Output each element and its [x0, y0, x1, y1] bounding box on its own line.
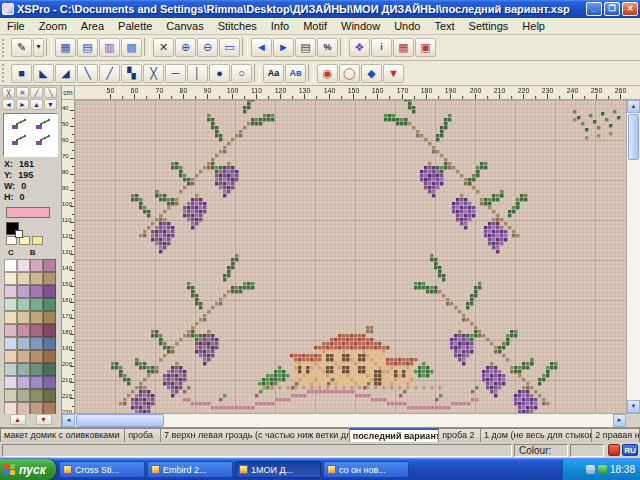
palette-view[interactable]: ▦: [55, 38, 76, 57]
motif-library[interactable]: ❖: [349, 38, 370, 57]
palette-swatch[interactable]: [17, 402, 30, 414]
task-button-2[interactable]: 1МОИ Д...: [235, 461, 321, 478]
text-cyrillic[interactable]: Ав: [285, 64, 306, 83]
menu-item-canvas[interactable]: Canvas: [159, 19, 210, 33]
palette-swatch[interactable]: [17, 376, 30, 389]
pattern-preview[interactable]: [3, 113, 58, 157]
palette-swatch[interactable]: [4, 272, 17, 285]
print[interactable]: ▤: [295, 38, 316, 57]
palette-swatch[interactable]: [17, 337, 30, 350]
palette-swatch[interactable]: [43, 298, 56, 311]
palette-swatch[interactable]: [17, 272, 30, 285]
palette-swatch[interactable]: [30, 376, 43, 389]
menu-item-help[interactable]: Help: [515, 19, 552, 33]
half-stitch-right[interactable]: ◢: [55, 64, 76, 83]
document-tab-5[interactable]: 1 дом (не весь для стыковки): [481, 428, 592, 442]
mini-up-arrow[interactable]: ▲: [30, 99, 43, 110]
grid-toggle[interactable]: ▦: [393, 38, 414, 57]
palette-swatch[interactable]: [43, 337, 56, 350]
small-swatch[interactable]: [32, 236, 43, 245]
menu-item-motif[interactable]: Motif: [296, 19, 334, 33]
menu-item-text[interactable]: Text: [427, 19, 461, 33]
vertical-scroll-thumb[interactable]: [628, 114, 639, 160]
minimize-button[interactable]: _: [586, 2, 602, 16]
palette-swatch[interactable]: [30, 363, 43, 376]
colour-picker[interactable]: ◉: [317, 64, 338, 83]
palette-swatch[interactable]: [43, 402, 56, 414]
symbol-view[interactable]: ▩: [121, 38, 142, 57]
quarter-stitch[interactable]: ▚: [121, 64, 142, 83]
menu-item-settings[interactable]: Settings: [462, 19, 516, 33]
palette-swatch[interactable]: [4, 402, 17, 414]
thread-list[interactable]: ▤: [77, 38, 98, 57]
half-stitch-back[interactable]: ╲: [77, 64, 98, 83]
scroll-right-arrow[interactable]: ►: [613, 414, 626, 427]
task-button-0[interactable]: Cross Sti...: [59, 461, 145, 478]
menu-item-stitches[interactable]: Stitches: [211, 19, 264, 33]
page-next[interactable]: ►: [273, 38, 294, 57]
zoom-area[interactable]: ▭: [219, 38, 240, 57]
keyboard-language-badge[interactable]: RU: [622, 444, 638, 456]
backstitch-v[interactable]: │: [187, 64, 208, 83]
colour-select[interactable]: ▼: [383, 64, 404, 83]
task-button-3[interactable]: со он нов...: [323, 461, 409, 478]
menu-item-window[interactable]: Window: [334, 19, 387, 33]
menu-item-info[interactable]: Info: [264, 19, 296, 33]
document-tab-3[interactable]: последний вариант: [350, 428, 439, 442]
palette-swatch[interactable]: [4, 311, 17, 324]
menu-item-undo[interactable]: Undo: [387, 19, 427, 33]
colour-mode[interactable]: ▣: [415, 38, 436, 57]
palette-swatch[interactable]: [43, 376, 56, 389]
tray-icon-2[interactable]: [598, 465, 607, 474]
palette-scroll-up[interactable]: ▲: [10, 414, 26, 425]
pencil-dropdown[interactable]: ▾: [33, 38, 44, 57]
french-knot[interactable]: ●: [209, 64, 230, 83]
palette-swatch[interactable]: [17, 350, 30, 363]
stitch-canvas[interactable]: [75, 100, 626, 413]
palette-swatch[interactable]: [4, 363, 17, 376]
palette-swatch[interactable]: [30, 389, 43, 402]
palette-swatch[interactable]: [17, 311, 30, 324]
palette-swatch[interactable]: [17, 389, 30, 402]
bead-tool[interactable]: ○: [231, 64, 252, 83]
palette-swatch[interactable]: [4, 376, 17, 389]
mini-backslash-tool[interactable]: ╲: [44, 87, 57, 98]
maximize-button[interactable]: ❐: [604, 2, 620, 16]
palette-swatch[interactable]: [4, 337, 17, 350]
background-color[interactable]: [15, 230, 23, 238]
half-stitch-left[interactable]: ◣: [33, 64, 54, 83]
scroll-left-arrow[interactable]: ◄: [62, 414, 75, 427]
cross-stitch[interactable]: ╳: [143, 64, 164, 83]
palette-swatch[interactable]: [43, 324, 56, 337]
close-button[interactable]: ✕: [622, 2, 638, 16]
mini-left-arrow[interactable]: ◄: [2, 99, 15, 110]
menu-item-file[interactable]: File: [0, 19, 32, 33]
palette-swatch[interactable]: [17, 363, 30, 376]
palette-swatch[interactable]: [43, 363, 56, 376]
scroll-down-arrow[interactable]: ▼: [627, 400, 640, 413]
palette-swatch[interactable]: [43, 272, 56, 285]
menu-item-zoom[interactable]: Zoom: [32, 19, 74, 33]
palette-swatch[interactable]: [30, 337, 43, 350]
menu-item-palette[interactable]: Palette: [111, 19, 159, 33]
fabric-view[interactable]: ▥: [99, 38, 120, 57]
horizontal-scroll-thumb[interactable]: [76, 414, 164, 427]
palette-swatch[interactable]: [17, 298, 30, 311]
percent[interactable]: %: [317, 38, 338, 57]
foreground-color[interactable]: [6, 222, 19, 235]
palette-swatch[interactable]: [4, 324, 17, 337]
palette-swatch[interactable]: [30, 272, 43, 285]
page-prev[interactable]: ◄: [251, 38, 272, 57]
document-tab-1[interactable]: проба: [125, 428, 161, 442]
palette-swatch[interactable]: [43, 259, 56, 272]
text-latin[interactable]: Aa: [263, 64, 284, 83]
scroll-up-arrow[interactable]: ▲: [627, 100, 640, 113]
palette-swatch[interactable]: [30, 311, 43, 324]
toolbar-handle[interactable]: [2, 39, 7, 57]
palette-swatch[interactable]: [4, 259, 17, 272]
document-tab-4[interactable]: проба 2: [439, 428, 481, 442]
zoom-out[interactable]: ⊖: [197, 38, 218, 57]
mini-delete-tool[interactable]: ✕: [16, 87, 29, 98]
mini-cross-tool[interactable]: ╳: [2, 87, 15, 98]
palette-swatch[interactable]: [30, 259, 43, 272]
